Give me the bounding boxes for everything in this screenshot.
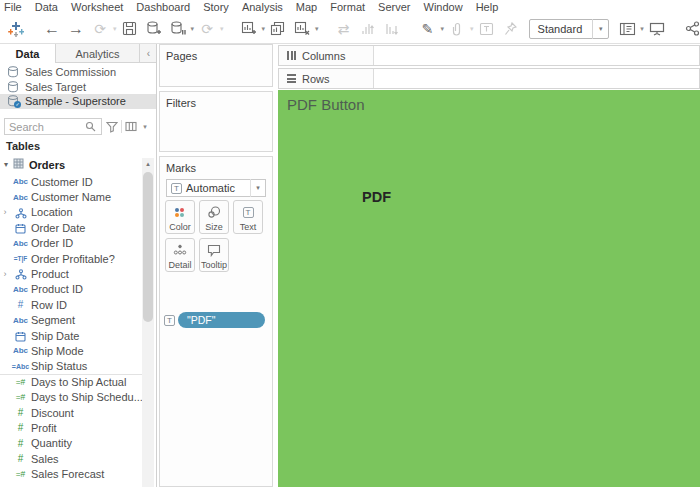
fit-selector[interactable]: Standard ▾: [529, 19, 610, 39]
show-hide-cards-button[interactable]: [617, 17, 637, 41]
refresh-caret-icon[interactable]: ▾: [220, 25, 224, 33]
columns-drop-area[interactable]: [374, 46, 699, 65]
field-row[interactable]: › Location: [0, 205, 142, 220]
menu-data[interactable]: Data: [35, 1, 58, 13]
field-row[interactable]: Abc Product ID: [0, 282, 142, 297]
sort-ascending-button[interactable]: [358, 17, 378, 41]
menu-story[interactable]: Story: [203, 1, 229, 13]
search-box[interactable]: [4, 118, 102, 135]
menu-file[interactable]: File: [4, 1, 22, 13]
redo-button[interactable]: →: [66, 17, 86, 41]
field-row[interactable]: Abc Segment: [0, 313, 142, 328]
share-button[interactable]: [683, 17, 700, 41]
new-worksheet-button[interactable]: [239, 17, 259, 41]
search-input[interactable]: [5, 121, 85, 133]
expand-icon[interactable]: ›: [0, 207, 10, 217]
field-row[interactable]: # Quantity: [0, 436, 142, 451]
search-icon[interactable]: [85, 121, 96, 132]
group-members-button[interactable]: [447, 17, 467, 41]
field-row[interactable]: # Discount: [0, 405, 142, 420]
view-options-icon[interactable]: [125, 121, 137, 132]
clear-sheet-caret-icon[interactable]: ▾: [315, 25, 319, 33]
columns-shelf[interactable]: Columns: [278, 45, 700, 66]
sheet-title[interactable]: PDF Button: [287, 96, 365, 113]
fit-selector-caret-icon[interactable]: ▾: [592, 19, 608, 39]
tab-analytics[interactable]: Analytics: [56, 44, 140, 63]
menu-worksheet[interactable]: Worksheet: [71, 1, 123, 13]
field-row[interactable]: Abc Customer ID: [0, 174, 142, 189]
pdf-text-mark[interactable]: PDF: [362, 189, 391, 205]
detail-button[interactable]: Detail: [165, 238, 195, 272]
scrollbar-thumb[interactable]: [143, 172, 153, 322]
replay-button[interactable]: ⟳: [90, 17, 110, 41]
menu-analysis[interactable]: Analysis: [242, 1, 283, 13]
field-row[interactable]: Ship Date: [0, 328, 142, 343]
rows-drop-area[interactable]: [374, 69, 699, 88]
new-datasource-button[interactable]: [144, 17, 164, 41]
view-options-caret-icon[interactable]: ▾: [141, 123, 149, 131]
data-pane-scrollbar[interactable]: ▴: [142, 158, 154, 487]
field-row[interactable]: › Product: [0, 266, 142, 281]
rows-shelf[interactable]: Rows: [278, 68, 700, 89]
field-row[interactable]: Abc Order ID: [0, 236, 142, 251]
datasource-list: Sales Commission Sales Target ✓ Sample -: [0, 65, 157, 109]
group-members-caret-icon[interactable]: ▾: [470, 25, 474, 33]
menu-dashboard[interactable]: Dashboard: [136, 1, 190, 13]
datasource-item-selected[interactable]: ✓ Sample - Superstore: [0, 94, 157, 109]
text-button[interactable]: T Text: [233, 200, 263, 234]
field-row[interactable]: # Profit: [0, 420, 142, 435]
worksheet-view: PDF Button PDF: [278, 90, 700, 487]
datasource-item[interactable]: Sales Commission: [0, 65, 157, 80]
collapse-table-icon[interactable]: ▾: [0, 160, 12, 169]
field-row[interactable]: =T|F Order Profitable?: [0, 251, 142, 266]
undo-button[interactable]: ←: [42, 17, 62, 41]
mark-type-dropdown[interactable]: T Automatic ▾: [166, 179, 266, 197]
menu-window[interactable]: Window: [424, 1, 463, 13]
field-row[interactable]: # Row ID: [0, 297, 142, 312]
menu-server[interactable]: Server: [378, 1, 410, 13]
save-button[interactable]: [120, 17, 140, 41]
pages-shelf[interactable]: Pages: [159, 44, 273, 87]
size-button[interactable]: Size: [199, 200, 229, 234]
sort-descending-button[interactable]: [382, 17, 402, 41]
boolean-calc-icon: =T|F: [10, 255, 31, 262]
expand-icon[interactable]: ›: [0, 269, 10, 279]
field-row[interactable]: =# Sales Forecast: [0, 466, 142, 481]
collapse-pane-icon[interactable]: ‹: [140, 44, 157, 62]
refresh-button[interactable]: ⟳: [197, 17, 217, 41]
field-row[interactable]: =# Days to Ship Actual: [0, 374, 142, 389]
menu-map[interactable]: Map: [296, 1, 317, 13]
table-orders-row[interactable]: ▾ Orders: [0, 157, 142, 172]
filter-fields-icon[interactable]: [106, 121, 118, 133]
field-row[interactable]: =# Days to Ship Schedu...: [0, 389, 142, 404]
pause-updates-button[interactable]: [168, 17, 188, 41]
datasource-item[interactable]: Sales Target: [0, 80, 157, 95]
field-row[interactable]: Abc Customer Name: [0, 189, 142, 204]
field-row[interactable]: Order Date: [0, 220, 142, 235]
fix-axes-button[interactable]: [501, 17, 521, 41]
tooltip-button[interactable]: Tooltip: [199, 238, 229, 272]
show-hide-cards-caret-icon[interactable]: ▾: [640, 25, 644, 33]
field-row[interactable]: Abc Ship Mode: [0, 343, 142, 358]
tableau-logo-icon[interactable]: [6, 17, 26, 41]
tab-data[interactable]: Data: [0, 44, 56, 63]
clear-sheet-button[interactable]: [292, 17, 312, 41]
highlight-caret-icon[interactable]: ▾: [441, 25, 445, 33]
scroll-up-icon[interactable]: ▴: [142, 158, 154, 170]
duplicate-sheet-button[interactable]: [268, 17, 288, 41]
new-worksheet-caret-icon[interactable]: ▾: [262, 25, 266, 33]
pause-updates-caret-icon[interactable]: ▾: [191, 25, 195, 33]
highlight-button[interactable]: ✎: [418, 17, 438, 41]
menu-format[interactable]: Format: [330, 1, 365, 13]
mark-type-caret-icon[interactable]: ▾: [250, 179, 265, 197]
replay-caret-icon[interactable]: ▾: [113, 25, 117, 33]
filters-shelf[interactable]: Filters: [159, 91, 273, 152]
field-row[interactable]: =Abc Ship Status: [0, 359, 142, 374]
pdf-text-pill[interactable]: "PDF": [178, 312, 265, 328]
swap-axes-button[interactable]: ⇄: [334, 17, 354, 41]
presentation-mode-button[interactable]: [647, 17, 667, 41]
menu-help[interactable]: Help: [476, 1, 499, 13]
field-row[interactable]: # Sales: [0, 451, 142, 466]
show-mark-labels-button[interactable]: [477, 17, 497, 41]
color-button[interactable]: Color: [165, 200, 195, 234]
